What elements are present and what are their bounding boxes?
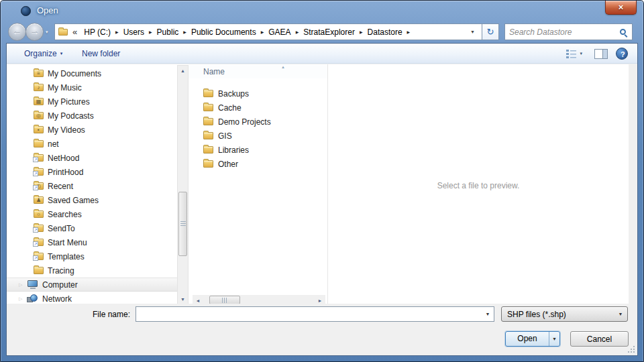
sidebar-item-my-podcasts[interactable]: ◎ My Podcasts [7, 109, 177, 123]
sidebar-item-my-music[interactable]: ♪ My Music [7, 80, 177, 95]
panes-area: ≡ My Documents ♪ My Music ▦ My Pictures … [7, 64, 629, 306]
sidebar-item-recent[interactable]: ◴↗ Recent [7, 179, 177, 193]
folder-icon [203, 132, 213, 139]
preview-pane-toggle-button[interactable] [594, 49, 608, 59]
shortcut-arrow-icon: ↗ [33, 255, 38, 261]
shortcut-arrow-icon: ↗ [33, 171, 38, 176]
breadcrumb-separator-icon[interactable]: ▶ [182, 29, 188, 34]
scroll-up-icon[interactable]: ▲ [178, 66, 188, 76]
shortcut-folder-icon: ↗ [34, 154, 44, 162]
shortcut-folder-icon: ↗ [34, 239, 44, 246]
scrollbar-thumb[interactable] [178, 192, 187, 256]
change-view-button[interactable]: ▾ [562, 48, 586, 59]
app-icon [21, 6, 31, 16]
file-list-pane: Name ▲ Backups Cache Demo Projects [189, 64, 328, 306]
folder-icon [34, 267, 44, 274]
back-button[interactable]: ← [8, 23, 26, 41]
podcasts-folder-icon: ◎ [34, 112, 44, 119]
search-input[interactable] [505, 27, 620, 37]
refresh-button[interactable]: ↻ [482, 23, 499, 40]
help-icon: ? [621, 50, 625, 58]
open-options-dropdown-icon[interactable]: ▼ [549, 332, 559, 346]
breadcrumb-strataexplorer[interactable]: StrataExplorer [300, 27, 358, 37]
saved-games-folder-icon: ♟ [34, 196, 44, 204]
breadcrumb-datastore[interactable]: Datastore [364, 27, 406, 37]
address-history-dropdown-icon[interactable]: ▼ [466, 29, 479, 34]
sidebar-item-sendto[interactable]: ↗ SendTo [7, 221, 177, 235]
breadcrumb-public[interactable]: Public [154, 27, 182, 37]
file-name-input[interactable] [136, 310, 482, 319]
shortcut-arrow-icon: ↗ [33, 185, 38, 190]
list-item-backups[interactable]: Backups [189, 86, 327, 101]
dialog-footer: File name: ▼ SHP files (*.shp) ▼ Open ▼ … [7, 304, 637, 355]
sidebar-vertical-scrollbar[interactable]: ▲ ▼ [177, 65, 189, 306]
chevron-down-icon: ▾ [60, 51, 63, 56]
resize-grip[interactable] [628, 346, 635, 353]
close-button[interactable]: × [605, 1, 637, 15]
list-item-demo-projects[interactable]: Demo Projects [189, 115, 327, 129]
organize-button[interactable]: Organize ▾ [20, 44, 66, 64]
breadcrumb-separator-icon[interactable]: ▶ [406, 29, 412, 34]
network-icon [27, 294, 38, 303]
sidebar-item-searches[interactable]: ○ Searches [7, 207, 177, 221]
sidebar-item-net[interactable]: net [7, 137, 177, 151]
breadcrumb-users[interactable]: Users [120, 27, 148, 37]
breadcrumb-separator-icon[interactable]: ▶ [358, 29, 364, 34]
file-name-dropdown-icon[interactable]: ▼ [482, 312, 494, 316]
help-button[interactable]: ? [616, 48, 628, 60]
folder-icon [203, 90, 213, 97]
shortcut-folder-icon: ↗ [34, 225, 44, 232]
sidebar-item-nethood[interactable]: ↗ NetHood [7, 151, 177, 165]
name-column-header[interactable]: Name ▲ [189, 64, 327, 78]
sidebar-item-saved-games[interactable]: ♟ Saved Games [7, 193, 177, 207]
breadcrumb-separator-icon[interactable]: ▶ [294, 29, 301, 34]
titlebar: Open × [1, 1, 643, 21]
address-bar[interactable]: « HP (C:) ▶ Users ▶ Public ▶ Public Docu… [54, 23, 482, 40]
list-item-cache[interactable]: Cache [189, 101, 327, 115]
cancel-button[interactable]: Cancel [570, 331, 629, 347]
chevron-down-icon: ▾ [580, 51, 582, 56]
sort-ascending-icon: ▲ [281, 65, 285, 69]
organize-label: Organize [24, 49, 57, 58]
sidebar-item-my-videos[interactable]: ▪ My Videos [7, 123, 177, 137]
list-item-libraries[interactable]: Libraries [189, 143, 327, 157]
breadcrumb-separator-icon[interactable]: ▶ [260, 29, 266, 34]
sidebar-item-my-pictures[interactable]: ▦ My Pictures [7, 95, 177, 109]
dialog-client-area: Organize ▾ New folder ▾ ? [6, 43, 638, 356]
sidebar-item-start-menu[interactable]: ↗ Start Menu [7, 235, 177, 249]
breadcrumb-separator-icon[interactable]: ▶ [114, 29, 120, 34]
recent-locations-dropdown[interactable]: ▾ [46, 29, 48, 35]
sidebar-item-tracing[interactable]: Tracing [7, 263, 177, 278]
file-type-select[interactable]: SHP files (*.shp) ▼ [501, 306, 628, 322]
computer-icon [27, 280, 38, 289]
scrollbar-track[interactable] [178, 76, 188, 294]
sidebar-item-computer[interactable]: ▷ Computer [7, 278, 177, 292]
forward-arrow-icon: → [30, 26, 40, 37]
list-item-other[interactable]: Other [189, 157, 327, 171]
folder-icon [34, 140, 44, 147]
close-icon: × [619, 2, 624, 12]
new-folder-button[interactable]: New folder [78, 44, 124, 64]
command-toolbar: Organize ▾ New folder ▾ ? [7, 44, 637, 64]
list-item-gis[interactable]: GIS [189, 129, 327, 143]
breadcrumb-hp-c[interactable]: HP (C:) [80, 27, 114, 37]
forward-button[interactable]: → [25, 23, 44, 41]
tree-expander-icon[interactable]: ▷ [19, 296, 27, 302]
sidebar-item-templates[interactable]: ↗ Templates [7, 249, 177, 263]
preview-pane: Select a file to preview. [328, 64, 629, 306]
sidebar-item-printhood[interactable]: ↗ PrintHood [7, 165, 177, 179]
breadcrumb-overflow-chevron[interactable]: « [72, 27, 77, 37]
shortcut-folder-icon: ↗ [34, 168, 44, 176]
breadcrumb-gaea[interactable]: GAEA [265, 27, 294, 37]
breadcrumb-public-documents[interactable]: Public Documents [188, 27, 260, 37]
navigation-tree: ≡ My Documents ♪ My Music ▦ My Pictures … [7, 64, 177, 306]
music-folder-icon: ♪ [34, 84, 44, 91]
breadcrumb-separator-icon[interactable]: ▶ [148, 29, 154, 34]
shortcut-arrow-icon: ↗ [33, 157, 38, 162]
file-list-rows: Backups Cache Demo Projects GIS [189, 86, 327, 171]
sidebar-item-my-documents[interactable]: ≡ My Documents [7, 66, 177, 80]
open-button[interactable]: Open ▼ [505, 331, 560, 347]
search-icon[interactable] [620, 29, 626, 35]
search-box [504, 23, 633, 40]
tree-expander-icon[interactable]: ▷ [19, 282, 27, 288]
